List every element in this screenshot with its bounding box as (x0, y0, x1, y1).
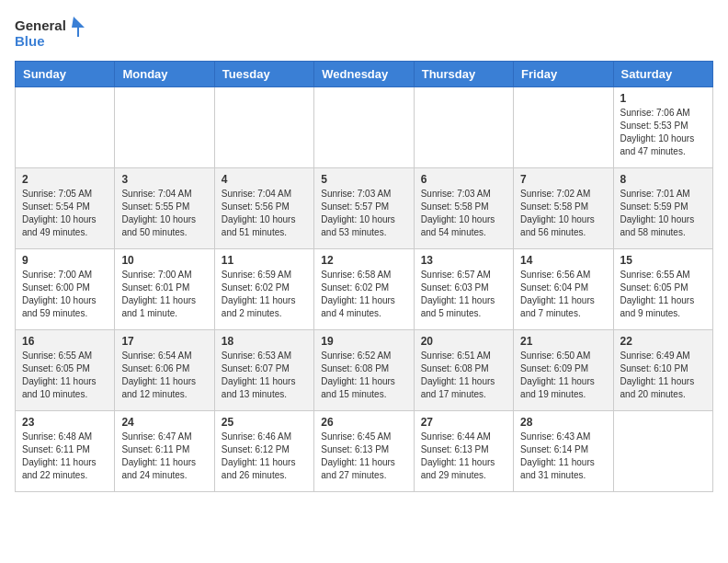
day-number: 9 (22, 254, 108, 267)
day-info: Sunrise: 6:57 AM Sunset: 6:03 PM Dayligh… (421, 269, 506, 320)
day-number: 12 (321, 254, 406, 267)
calendar-cell: 21Sunrise: 6:50 AM Sunset: 6:09 PM Dayli… (514, 330, 613, 411)
day-info: Sunrise: 6:54 AM Sunset: 6:06 PM Dayligh… (121, 350, 207, 401)
calendar-week-row: 9Sunrise: 7:00 AM Sunset: 6:00 PM Daylig… (16, 249, 713, 330)
day-info: Sunrise: 6:55 AM Sunset: 6:05 PM Dayligh… (620, 269, 706, 320)
calendar-cell: 3Sunrise: 7:04 AM Sunset: 5:55 PM Daylig… (115, 168, 214, 249)
day-info: Sunrise: 6:47 AM Sunset: 6:11 PM Dayligh… (121, 431, 207, 482)
calendar-cell: 6Sunrise: 7:03 AM Sunset: 5:58 PM Daylig… (414, 168, 513, 249)
calendar-cell: 12Sunrise: 6:58 AM Sunset: 6:02 PM Dayli… (314, 249, 414, 330)
calendar-cell: 17Sunrise: 6:54 AM Sunset: 6:06 PM Dayli… (115, 330, 214, 411)
page-header: GeneralBlue (15, 15, 713, 52)
column-header-thursday: Thursday (414, 62, 513, 87)
calendar-cell: 5Sunrise: 7:03 AM Sunset: 5:57 PM Daylig… (314, 168, 414, 249)
calendar-cell: 10Sunrise: 7:00 AM Sunset: 6:01 PM Dayli… (115, 249, 214, 330)
day-number: 7 (520, 173, 606, 186)
day-number: 6 (421, 173, 506, 186)
day-number: 25 (222, 416, 307, 429)
day-info: Sunrise: 7:01 AM Sunset: 5:59 PM Dayligh… (620, 188, 706, 239)
calendar-cell: 24Sunrise: 6:47 AM Sunset: 6:11 PM Dayli… (115, 411, 214, 492)
day-number: 5 (321, 173, 406, 186)
calendar-cell (514, 87, 613, 168)
calendar-cell: 13Sunrise: 6:57 AM Sunset: 6:03 PM Dayli… (414, 249, 513, 330)
day-number: 27 (421, 416, 506, 429)
day-info: Sunrise: 7:00 AM Sunset: 6:00 PM Dayligh… (22, 269, 108, 320)
calendar-cell: 4Sunrise: 7:04 AM Sunset: 5:56 PM Daylig… (214, 168, 313, 249)
calendar-cell (314, 87, 414, 168)
day-info: Sunrise: 6:58 AM Sunset: 6:02 PM Dayligh… (321, 269, 406, 320)
day-number: 2 (22, 173, 108, 186)
day-info: Sunrise: 7:05 AM Sunset: 5:54 PM Dayligh… (22, 188, 108, 239)
day-number: 19 (321, 335, 406, 348)
svg-text:Blue: Blue (15, 33, 45, 49)
calendar-cell: 1Sunrise: 7:06 AM Sunset: 5:53 PM Daylig… (613, 87, 712, 168)
day-number: 3 (121, 173, 207, 186)
day-number: 28 (520, 416, 606, 429)
calendar-cell: 11Sunrise: 6:59 AM Sunset: 6:02 PM Dayli… (214, 249, 313, 330)
calendar-cell: 7Sunrise: 7:02 AM Sunset: 5:58 PM Daylig… (514, 168, 613, 249)
day-number: 4 (222, 173, 307, 186)
calendar-cell (414, 87, 513, 168)
day-number: 13 (421, 254, 506, 267)
column-header-sunday: Sunday (16, 62, 115, 87)
day-number: 15 (620, 254, 706, 267)
column-header-saturday: Saturday (613, 62, 712, 87)
calendar-cell: 18Sunrise: 6:53 AM Sunset: 6:07 PM Dayli… (214, 330, 313, 411)
svg-marker-2 (72, 17, 85, 37)
day-info: Sunrise: 7:03 AM Sunset: 5:58 PM Dayligh… (421, 188, 506, 239)
calendar-cell: 22Sunrise: 6:49 AM Sunset: 6:10 PM Dayli… (613, 330, 712, 411)
column-header-friday: Friday (514, 62, 613, 87)
calendar-cell: 2Sunrise: 7:05 AM Sunset: 5:54 PM Daylig… (16, 168, 115, 249)
calendar-cell: 15Sunrise: 6:55 AM Sunset: 6:05 PM Dayli… (613, 249, 712, 330)
calendar-week-row: 23Sunrise: 6:48 AM Sunset: 6:11 PM Dayli… (16, 411, 713, 492)
calendar-cell: 28Sunrise: 6:43 AM Sunset: 6:14 PM Dayli… (514, 411, 613, 492)
day-number: 1 (620, 92, 706, 105)
day-info: Sunrise: 6:52 AM Sunset: 6:08 PM Dayligh… (321, 350, 406, 401)
svg-text:General: General (15, 17, 66, 33)
day-number: 8 (620, 173, 706, 186)
calendar-cell (16, 87, 115, 168)
day-info: Sunrise: 6:50 AM Sunset: 6:09 PM Dayligh… (520, 350, 606, 401)
day-info: Sunrise: 6:44 AM Sunset: 6:13 PM Dayligh… (421, 431, 506, 482)
day-number: 11 (222, 254, 307, 267)
calendar-week-row: 16Sunrise: 6:55 AM Sunset: 6:05 PM Dayli… (16, 330, 713, 411)
day-number: 22 (620, 335, 706, 348)
day-number: 10 (121, 254, 207, 267)
calendar-cell: 14Sunrise: 6:56 AM Sunset: 6:04 PM Dayli… (514, 249, 613, 330)
calendar-cell: 27Sunrise: 6:44 AM Sunset: 6:13 PM Dayli… (414, 411, 513, 492)
calendar-cell: 9Sunrise: 7:00 AM Sunset: 6:00 PM Daylig… (16, 249, 115, 330)
calendar-cell: 25Sunrise: 6:46 AM Sunset: 6:12 PM Dayli… (214, 411, 313, 492)
logo: GeneralBlue (15, 15, 88, 52)
day-info: Sunrise: 7:04 AM Sunset: 5:55 PM Dayligh… (121, 188, 207, 239)
calendar-cell: 16Sunrise: 6:55 AM Sunset: 6:05 PM Dayli… (16, 330, 115, 411)
day-number: 24 (121, 416, 207, 429)
column-header-monday: Monday (115, 62, 214, 87)
day-number: 23 (22, 416, 108, 429)
day-number: 18 (222, 335, 307, 348)
day-number: 17 (121, 335, 207, 348)
calendar-cell (613, 411, 712, 492)
day-number: 14 (520, 254, 606, 267)
day-number: 20 (421, 335, 506, 348)
calendar-cell (115, 87, 214, 168)
day-info: Sunrise: 6:53 AM Sunset: 6:07 PM Dayligh… (222, 350, 307, 401)
calendar-header-row: SundayMondayTuesdayWednesdayThursdayFrid… (16, 62, 713, 87)
day-info: Sunrise: 6:56 AM Sunset: 6:04 PM Dayligh… (520, 269, 606, 320)
day-info: Sunrise: 7:02 AM Sunset: 5:58 PM Dayligh… (520, 188, 606, 239)
day-info: Sunrise: 6:45 AM Sunset: 6:13 PM Dayligh… (321, 431, 406, 482)
day-number: 21 (520, 335, 606, 348)
calendar-table: SundayMondayTuesdayWednesdayThursdayFrid… (15, 61, 713, 492)
day-info: Sunrise: 6:51 AM Sunset: 6:08 PM Dayligh… (421, 350, 506, 401)
day-number: 16 (22, 335, 108, 348)
day-info: Sunrise: 7:00 AM Sunset: 6:01 PM Dayligh… (121, 269, 207, 320)
calendar-cell: 19Sunrise: 6:52 AM Sunset: 6:08 PM Dayli… (314, 330, 414, 411)
calendar-week-row: 2Sunrise: 7:05 AM Sunset: 5:54 PM Daylig… (16, 168, 713, 249)
day-number: 26 (321, 416, 406, 429)
calendar-cell (214, 87, 313, 168)
day-info: Sunrise: 6:59 AM Sunset: 6:02 PM Dayligh… (222, 269, 307, 320)
logo-svg: GeneralBlue (15, 15, 88, 52)
day-info: Sunrise: 6:49 AM Sunset: 6:10 PM Dayligh… (620, 350, 706, 401)
column-header-wednesday: Wednesday (314, 62, 414, 87)
calendar-week-row: 1Sunrise: 7:06 AM Sunset: 5:53 PM Daylig… (16, 87, 713, 168)
day-info: Sunrise: 7:04 AM Sunset: 5:56 PM Dayligh… (222, 188, 307, 239)
